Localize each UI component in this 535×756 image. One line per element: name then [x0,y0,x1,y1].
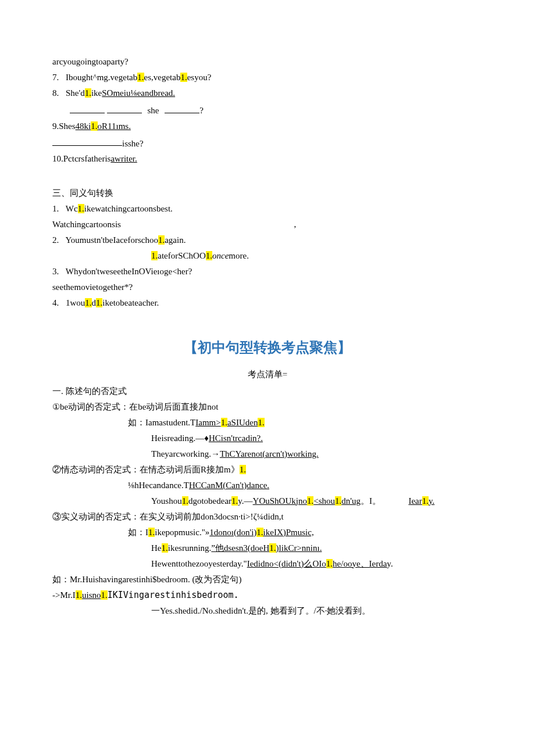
hl-icon: 1. [422,496,429,506]
a3-e3-post: y. [387,559,393,568]
a1-e3-pre: Theyarcworking.→ [151,449,220,458]
hl-icon: 1. [258,418,264,427]
q7-line: 7. Ibought^mg.vegetab1.es,vegetab1.esyou… [52,71,483,84]
a3-e2-u1b: )likCr>nninı. [276,543,322,553]
s3-3-num: 3. [52,267,59,276]
a2-e2-u2: Iear [408,496,422,506]
a3-e3-u2: he/ooye、Ierda [333,559,387,568]
a2-e2: Youshou1.dgotobedear1.y.—YOuShOUkjno1.<s… [52,495,483,507]
s3-3-text: Whydon'tweseetheInOVieıoge<her? [66,267,192,276]
q9-pre: 9.Shes [52,121,76,131]
s3-1-post: ikewatchingcartoonsbest. [84,204,173,213]
a1-e2-pre: Heisreading.—♦ [151,433,209,443]
section-header: 【初中句型转换考点聚焦】 [52,338,483,358]
s3-2-num: 2. [52,235,59,245]
q7-post: esyou? [187,73,212,82]
a2-e1: ⅛hHecandance.THCCanM(Can't)dance. [52,479,483,492]
q9-q: isshe? [122,138,144,148]
hl-icon: 1. [91,121,97,131]
q8-she: she [148,106,159,115]
s3-2-pre: Youmustn'tbeIaceforschoo [65,235,158,245]
blank-input[interactable] [107,103,142,113]
q8-underline: SOmeiu⅛eandbread. [102,88,175,98]
a1-e3-u: ThCYarenot(arcn't)working. [220,449,319,458]
a3-e2-u1: ”他dsesn3(doeH [211,543,269,553]
s3-1b-comma: , [294,220,296,229]
s3-2: 2. Youmustn'tbeIaceforschoo1.again. [52,234,483,246]
a1-e3: Theyarcworking.→ThCYarenot(arcn't)workin… [52,448,483,460]
q8-qmark: ? [199,106,204,115]
q8-pre: She'd [66,88,85,98]
blank-input[interactable] [70,103,105,113]
hl-icon: 1. [148,528,155,537]
hl-icon: 1. [78,204,84,213]
q9-u-pre: 48ki [76,121,91,131]
a1-e2: Heisreading.—♦HCisn'trcadin?. [52,432,483,445]
a2: ②情态动词的否定式：在情态动词后面R接加m》1. [52,464,483,476]
hl-icon: 1. [96,298,102,307]
hl-icon: 1. [269,543,276,553]
q8-num: 8. [52,88,59,98]
s3-4: 4. 1wou1.d1.iketobeateacher. [52,297,483,309]
hl-icon: 1. [76,590,82,600]
a3-e1: 如：I1.ikepopmusic."»1donoı(don'i)1.ikeIX)… [52,526,483,539]
q7-mid: es,vegetab [144,73,181,82]
hl-icon: 1. [85,88,91,98]
hl-icon: 1. [137,73,144,82]
a2-text: ②情态动词的否定式：在情态动词后面R接加m》 [52,465,240,474]
q7-num: 7. [52,73,59,82]
a-ex: 如：Mr.Huishavingarestinhi$bedroom. (改为否定句… [52,574,483,586]
a-ex3: 一Yes.shedid./No.shedidn't.是的, 她看到了。/不·她没… [52,605,483,617]
a2-e2-u1: YOuShOUkjno [253,496,307,506]
s3-2b: 1.ateforSChOO1.oncemore. [52,250,483,262]
hl-icon: 1. [307,496,313,506]
blank-input[interactable] [165,103,199,113]
hl-icon: 1. [221,418,227,427]
blank-input[interactable] [52,136,122,146]
q9-line: 9.Shes48ki1.oR11ıms. [52,120,483,132]
s3-2b-mid: ateforSChOO [158,251,206,260]
a-ex2-pre: ->Mr.I [52,590,76,600]
a3-e3-pre: Hewenttothezooyesterday." [151,559,247,568]
a1-e1: 如：Iamastudent.TIamm>1.aSIUden1. [52,417,483,429]
q7-pre: Ibought^mg.vegetab [66,73,137,82]
a3-e1-u: 1donoı(don'i) [209,528,256,537]
a-ex2-u: uisno [82,590,101,600]
sec3-title: 三、同义句转换 [52,187,483,199]
a3-e1-u2: ikeIX)Pmusic, [263,528,314,537]
a3-e2-mid: ikesrunning. [168,543,212,553]
q8-blank-line: she ? [52,103,483,117]
q10-pre: 10.Pctcrsfatheris [52,154,110,163]
s3-2-post: again. [165,235,186,245]
a2-e2-mid2: y.— [238,496,252,506]
q8-post-pre: ike [91,88,102,98]
s3-4-pre: 1wou [66,298,85,307]
s3-3: 3. Whydon'tweseetheInOVieıoge<her? [52,266,483,278]
hl-icon: 1. [256,528,263,537]
s3-4-num: 4. [52,298,59,307]
hl-icon: 1. [231,496,238,506]
a2-e1-u: HCCanM(Can't)dance. [189,481,269,490]
hl-icon: 1. [335,496,341,506]
subheader: 考点清单= [52,368,483,381]
a3-e1-pre: 如：I [128,528,148,537]
hl-icon: 1. [206,251,212,260]
hl-icon: 1. [240,465,246,474]
a-ex2: ->Mr.I1.uisno1.IKIVingarestinhisbedroom. [52,589,483,601]
a2-e1-pre: ⅛hHecandance.T [128,481,189,490]
q9-blank-line: isshe? [52,136,483,150]
a1-e1-u-post: aSIUden [227,418,258,427]
a3-e3-u: Iedidno<(didn't)么OIo [247,559,326,568]
sec-a: 一. 陈述句的否定式 [52,385,483,397]
a-ex2-post: IKIVingarestinhisbedroom. [108,590,239,600]
hl-icon: 1. [162,543,168,553]
s3-1b-text: Watchingcartoonsis [52,220,121,229]
hl-icon: 1. [326,559,333,568]
a2-e2-u1c: dn'ug [341,496,361,506]
a1-e1-pre: 如：Iamastudent.T [128,418,195,427]
s3-1-num: 1. [52,204,59,213]
hl-icon: 1. [101,590,107,600]
a2-e2-u2b: y. [429,496,434,506]
q8-line: 8. She'd1.ikeSOmeiu⅛eandbread. [52,87,483,99]
q9-u-post: oR11ıms. [98,121,131,131]
